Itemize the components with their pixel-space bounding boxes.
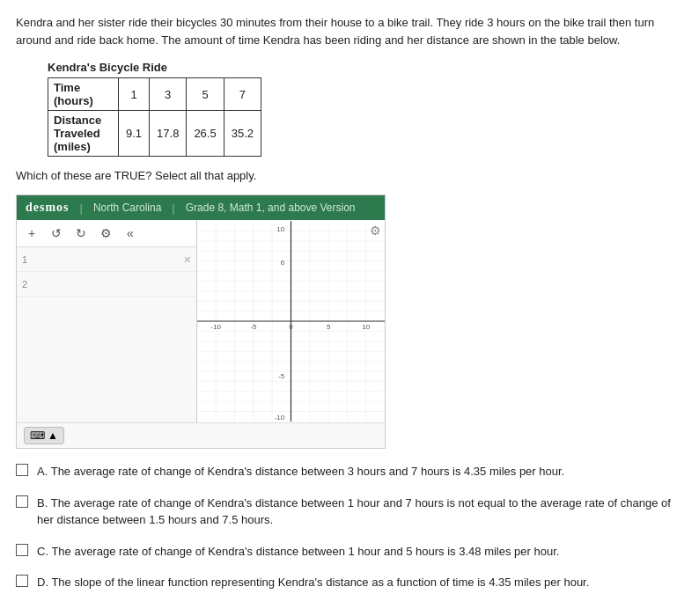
header-divider-2: | bbox=[172, 202, 174, 215]
expr-number-1: 1 bbox=[22, 254, 34, 265]
distance-header: DistanceTraveled(miles) bbox=[48, 111, 119, 157]
time-val-3: 5 bbox=[187, 78, 224, 111]
distance-val-4: 35.2 bbox=[224, 111, 261, 157]
collapse-button[interactable]: « bbox=[121, 224, 140, 243]
question-text: Which of these are TRUE? Select all that… bbox=[16, 169, 683, 182]
svg-text:10: 10 bbox=[276, 225, 284, 233]
distance-val-3: 26.5 bbox=[187, 111, 224, 157]
desmos-version: Grade 8, Math 1, and above Version bbox=[186, 202, 356, 214]
choice-text-d: The slope of the linear function represe… bbox=[51, 576, 589, 589]
desmos-toolbar: + ↺ ↻ ⚙ « bbox=[17, 220, 196, 247]
table-data-row: DistanceTraveled(miles) 9.1 17.8 26.5 35… bbox=[48, 111, 261, 157]
choice-item-b: B. The average rate of change of Kendra'… bbox=[16, 495, 683, 529]
svg-text:10: 10 bbox=[362, 323, 370, 331]
svg-text:-5: -5 bbox=[250, 323, 257, 331]
desmos-footer: ⌨ ▲ bbox=[17, 422, 385, 448]
table-title: Kendra's Bicycle Ride bbox=[48, 61, 683, 74]
bike-table: Time(hours) 1 3 5 7 DistanceTraveled(mil… bbox=[48, 77, 261, 157]
choice-letter-a: A. bbox=[37, 465, 48, 478]
table-header-row: Time(hours) 1 3 5 7 bbox=[48, 78, 261, 111]
choice-item-c: C. The average rate of change of Kendra'… bbox=[16, 543, 683, 561]
desmos-sidebar: + ↺ ↻ ⚙ « 1 × 2 bbox=[17, 220, 197, 422]
expr-delete-1[interactable]: × bbox=[184, 253, 191, 267]
desmos-container: desmos | North Carolina | Grade 8, Math … bbox=[16, 194, 386, 449]
answer-choices: A. The average rate of change of Kendra'… bbox=[16, 463, 683, 591]
choice-item-d: D. The slope of the linear function repr… bbox=[16, 574, 683, 591]
expr-number-2: 2 bbox=[22, 279, 34, 290]
svg-text:-10: -10 bbox=[211, 323, 222, 331]
checkbox-b[interactable] bbox=[16, 495, 28, 508]
expression-list: 1 × 2 bbox=[17, 247, 196, 422]
checkbox-a[interactable] bbox=[16, 464, 28, 476]
choice-label-a: A. The average rate of change of Kendra'… bbox=[37, 463, 564, 480]
choice-label-c: C. The average rate of change of Kendra'… bbox=[37, 543, 559, 561]
svg-text:0: 0 bbox=[289, 323, 293, 331]
time-val-4: 7 bbox=[224, 78, 261, 111]
choice-letter-d: D. bbox=[37, 576, 48, 589]
time-val-2: 3 bbox=[150, 78, 187, 111]
choice-text-a: The average rate of change of Kendra's d… bbox=[51, 465, 565, 478]
expression-item-2[interactable]: 2 bbox=[17, 272, 196, 297]
distance-val-1: 9.1 bbox=[119, 111, 150, 157]
choice-item-a: A. The average rate of change of Kendra'… bbox=[16, 463, 683, 480]
redo-button[interactable]: ↻ bbox=[71, 224, 91, 243]
desmos-graph[interactable]: -5 -10 0 5 10 6 10 -5 -10 ⚙ bbox=[197, 220, 385, 422]
expression-item-1[interactable]: 1 × bbox=[17, 247, 196, 272]
svg-text:5: 5 bbox=[327, 323, 331, 331]
choice-label-b: B. The average rate of change of Kendra'… bbox=[37, 495, 683, 529]
add-expression-button[interactable]: + bbox=[22, 224, 41, 243]
intro-text: Kendra and her sister ride their bicycle… bbox=[16, 14, 683, 48]
desmos-body: + ↺ ↻ ⚙ « 1 × 2 bbox=[17, 220, 385, 422]
choice-letter-b: B. bbox=[37, 496, 48, 510]
choice-text-b: The average rate of change of Kendra's d… bbox=[37, 496, 671, 527]
undo-button[interactable]: ↺ bbox=[47, 224, 66, 243]
keyboard-icon: ⌨ bbox=[30, 429, 45, 442]
svg-text:6: 6 bbox=[281, 259, 285, 267]
header-divider-1: | bbox=[80, 202, 83, 215]
desmos-region: North Carolina bbox=[93, 202, 161, 214]
choice-letter-c: C. bbox=[37, 545, 48, 558]
distance-val-2: 17.8 bbox=[150, 111, 187, 157]
desmos-header: desmos | North Carolina | Grade 8, Math … bbox=[17, 195, 385, 220]
time-header: Time(hours) bbox=[48, 78, 119, 111]
svg-text:-5: -5 bbox=[278, 372, 285, 380]
keyboard-arrow-icon: ▲ bbox=[48, 429, 58, 442]
time-val-1: 1 bbox=[119, 78, 150, 111]
svg-text:-10: -10 bbox=[275, 414, 285, 422]
graph-wrench-icon[interactable]: ⚙ bbox=[370, 224, 381, 238]
checkbox-c[interactable] bbox=[16, 544, 28, 556]
checkbox-d[interactable] bbox=[16, 575, 28, 587]
desmos-logo: desmos bbox=[26, 201, 70, 215]
keyboard-button[interactable]: ⌨ ▲ bbox=[24, 427, 64, 444]
choice-label-d: D. The slope of the linear function repr… bbox=[37, 574, 589, 591]
settings-button[interactable]: ⚙ bbox=[96, 224, 115, 243]
table-section: Kendra's Bicycle Ride Time(hours) 1 3 5 … bbox=[16, 61, 683, 157]
choice-text-c: The average rate of change of Kendra's d… bbox=[51, 545, 559, 558]
